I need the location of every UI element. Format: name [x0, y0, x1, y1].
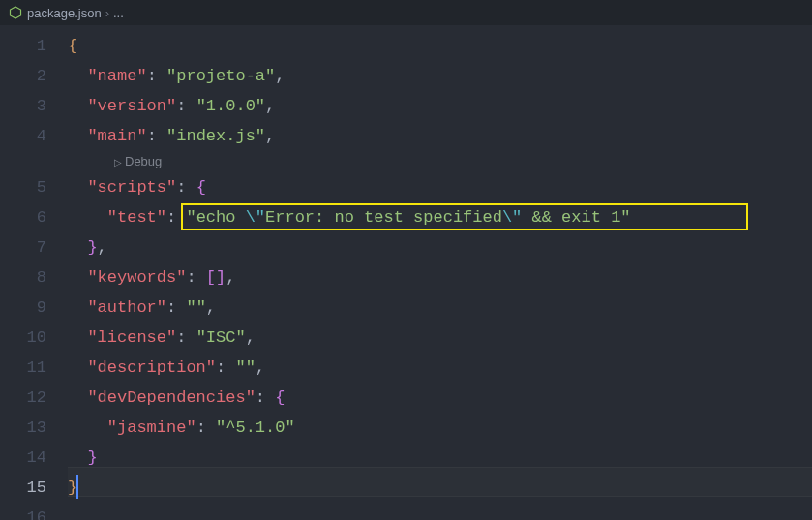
codelens-debug[interactable]: ▷Debug	[68, 151, 812, 172]
breadcrumb-trail[interactable]: ...	[113, 6, 124, 20]
line-number: 13	[0, 413, 68, 443]
line-number: 16	[0, 503, 68, 520]
line-number: 8	[0, 262, 68, 292]
code-line[interactable]: },	[68, 232, 812, 262]
line-number: 10	[0, 322, 68, 352]
code-line[interactable]	[68, 503, 812, 520]
svg-marker-0	[11, 7, 21, 18]
line-number: 3	[0, 91, 68, 121]
breadcrumb[interactable]: package.json › ...	[0, 0, 812, 25]
line-number: 15	[0, 473, 68, 503]
line-number: 2	[0, 61, 68, 91]
npm-file-icon	[8, 5, 23, 20]
code-line[interactable]: "keywords": [],	[68, 262, 812, 292]
line-number: 6	[0, 202, 68, 232]
code-line[interactable]: "jasmine": "^5.1.0"	[68, 413, 812, 443]
play-icon: ▷	[114, 152, 122, 173]
line-number: 9	[0, 292, 68, 322]
line-number: 12	[0, 382, 68, 413]
code-line[interactable]: "test": "echo \"Error: no test specified…	[68, 202, 812, 232]
gutter: 1 2 3 4 5 6 7 8 9 10 11 12 13 14 15 16	[0, 25, 68, 520]
cursor	[76, 475, 78, 499]
breadcrumb-file[interactable]: package.json	[27, 6, 102, 20]
breadcrumb-separator: ›	[105, 6, 109, 20]
scrollbar-vertical[interactable]	[798, 25, 812, 520]
editor[interactable]: 1 2 3 4 5 6 7 8 9 10 11 12 13 14 15 16 {…	[0, 25, 812, 520]
code-line[interactable]: "version": "1.0.0",	[68, 91, 812, 121]
line-number: 14	[0, 443, 68, 473]
code-line[interactable]: "devDependencies": {	[68, 382, 812, 413]
code-line[interactable]: "scripts": {	[68, 172, 812, 202]
code-area[interactable]: { "name": "projeto-a", "version": "1.0.0…	[68, 25, 812, 520]
line-number: 1	[0, 31, 68, 61]
code-line[interactable]: "description": "",	[68, 352, 812, 382]
code-line[interactable]: "license": "ISC",	[68, 322, 812, 352]
line-number: 7	[0, 232, 68, 262]
line-number: 4	[0, 121, 68, 151]
code-line[interactable]: "name": "projeto-a",	[68, 61, 812, 91]
code-line[interactable]: }	[68, 443, 812, 473]
code-line[interactable]: "main": "index.js",	[68, 121, 812, 151]
code-line[interactable]: }	[68, 473, 812, 503]
line-number: 5	[0, 172, 68, 202]
code-line[interactable]: "author": "",	[68, 292, 812, 322]
line-number: 11	[0, 352, 68, 382]
code-line[interactable]: {	[68, 31, 812, 61]
